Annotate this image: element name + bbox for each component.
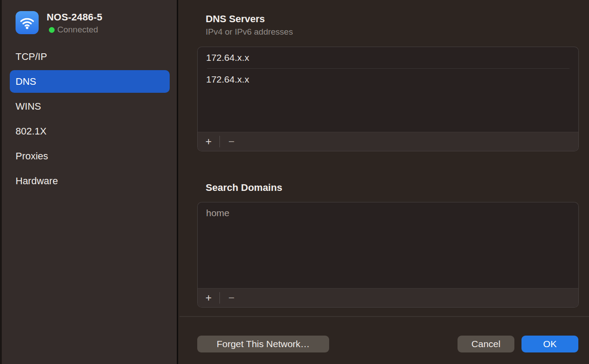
remove-dns-server-button[interactable]: − (220, 132, 243, 151)
sidebar-item-tcpip[interactable]: TCP/IP (10, 45, 170, 68)
dns-settings-panel: DNS Servers IPv4 or IPv6 addresses 172.6… (179, 0, 589, 364)
add-dns-server-button[interactable]: + (198, 132, 219, 151)
network-name: NOS-2486-5 (47, 12, 103, 23)
settings-nav: TCP/IP DNS WINS 802.1X Proxies Hardware (10, 45, 170, 194)
search-domains-listbox: home + − (197, 202, 579, 308)
dns-servers-toolbar: + − (198, 132, 578, 151)
sidebar-item-wins[interactable]: WINS (10, 95, 170, 118)
search-domains-toolbar: + − (198, 288, 578, 307)
dns-servers-listbox: 172.64.x.x 172.64.x.x + − (197, 47, 579, 151)
cancel-button[interactable]: Cancel (458, 336, 514, 352)
ok-button[interactable]: OK (521, 336, 578, 352)
dns-server-entry[interactable]: 172.64.x.x (198, 47, 578, 68)
wifi-icon (16, 11, 39, 34)
dns-server-entry[interactable]: 172.64.x.x (198, 69, 578, 90)
connected-status-dot (49, 27, 55, 33)
footer-divider (179, 316, 589, 317)
sidebar-item-8021x[interactable]: 802.1X (10, 120, 170, 142)
sidebar: NOS-2486-5 Connected TCP/IP DNS WINS 802… (0, 0, 178, 364)
add-search-domain-button[interactable]: + (198, 289, 219, 307)
connection-status: Connected (57, 25, 98, 35)
dns-servers-title: DNS Servers (206, 13, 265, 25)
sidebar-item-hardware[interactable]: Hardware (10, 170, 170, 192)
sidebar-item-dns[interactable]: DNS (10, 70, 170, 93)
dns-servers-subtitle: IPv4 or IPv6 addresses (206, 27, 293, 37)
forget-network-button[interactable]: Forget This Network… (197, 336, 329, 352)
search-domain-entry[interactable]: home (198, 202, 578, 224)
sidebar-item-proxies[interactable]: Proxies (10, 145, 170, 167)
search-domains-title: Search Domains (206, 182, 282, 194)
remove-search-domain-button[interactable]: − (220, 289, 243, 307)
